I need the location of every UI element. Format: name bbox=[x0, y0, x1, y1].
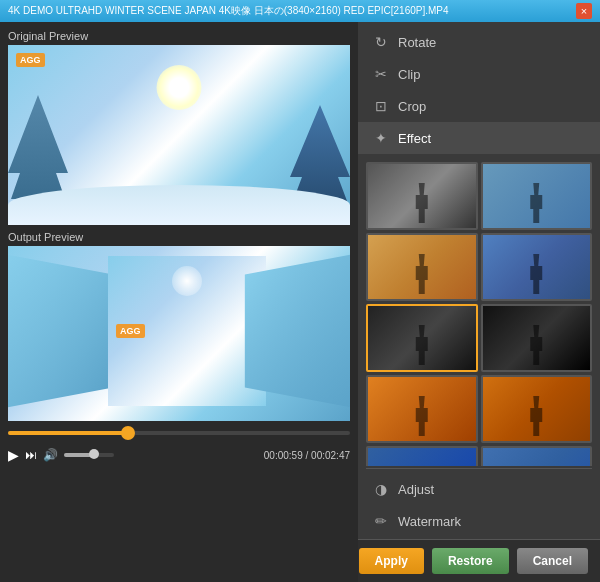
effect-preview-7 bbox=[368, 377, 476, 441]
figure-3 bbox=[412, 254, 432, 294]
output-logo: AGG bbox=[116, 324, 145, 338]
close-button[interactable]: × bbox=[576, 3, 592, 19]
figure-1 bbox=[412, 183, 432, 223]
watermark-icon: ✏ bbox=[372, 512, 390, 530]
adjust-icon: ◑ bbox=[372, 480, 390, 498]
effect-thumb-8[interactable] bbox=[481, 375, 593, 443]
effect-preview-2 bbox=[483, 164, 591, 228]
apply-button[interactable]: Apply bbox=[359, 548, 424, 574]
time-display: 00:00:59 / 00:02:47 bbox=[264, 450, 350, 461]
perspective-panel-left bbox=[8, 255, 113, 408]
original-image: AGG bbox=[8, 45, 350, 225]
effect-thumb-10[interactable] bbox=[481, 446, 593, 466]
left-panel: Original Preview AGG Output Preview bbox=[0, 22, 358, 582]
original-preview-box: AGG bbox=[8, 45, 350, 225]
cancel-button[interactable]: Cancel bbox=[517, 548, 588, 574]
main-container: Original Preview AGG Output Preview bbox=[0, 22, 600, 582]
effect-preview-9 bbox=[368, 448, 476, 466]
original-label: Original Preview bbox=[8, 30, 350, 42]
watermark-label: Watermark bbox=[398, 514, 461, 529]
logo-watermark: AGG bbox=[16, 53, 45, 67]
effect-thumb-3[interactable] bbox=[366, 233, 478, 301]
effect-thumb-1[interactable] bbox=[366, 162, 478, 230]
figure-2 bbox=[526, 183, 546, 223]
crop-label: Crop bbox=[398, 99, 426, 114]
title-text: 4K DEMO ULTRAHD WINTER SCENE JAPAN 4K映像 … bbox=[8, 4, 449, 18]
figure-4 bbox=[526, 254, 546, 294]
effect-thumb-2[interactable] bbox=[481, 162, 593, 230]
snow-ground bbox=[8, 185, 350, 225]
original-preview-section: Original Preview AGG bbox=[8, 30, 350, 225]
playback-controls: ▶ ⏭ 🔊 00:00:59 / 00:02:47 bbox=[8, 445, 350, 465]
effect-preview-3 bbox=[368, 235, 476, 299]
effect-preview-6 bbox=[483, 306, 591, 370]
effect-preview-8 bbox=[483, 377, 591, 441]
crop-icon: ⊡ bbox=[372, 97, 390, 115]
adjust-label: Adjust bbox=[398, 482, 434, 497]
skip-button[interactable]: ⏭ bbox=[25, 448, 37, 462]
figure-5 bbox=[412, 325, 432, 365]
effect-label: Effect bbox=[398, 131, 431, 146]
output-image: AGG bbox=[8, 246, 350, 421]
restore-button[interactable]: Restore bbox=[432, 548, 509, 574]
output-label: Output Preview bbox=[8, 231, 350, 243]
effect-thumb-5[interactable] bbox=[366, 304, 478, 372]
clip-label: Clip bbox=[398, 67, 420, 82]
effect-preview-5 bbox=[368, 306, 476, 370]
effect-preview-10 bbox=[483, 448, 591, 466]
rotate-icon: ↻ bbox=[372, 33, 390, 51]
tool-rotate[interactable]: ↻ Rotate bbox=[358, 26, 600, 58]
divider-1 bbox=[366, 468, 592, 469]
rotate-label: Rotate bbox=[398, 35, 436, 50]
tool-adjust[interactable]: ◑ Adjust bbox=[358, 473, 600, 505]
volume-icon: 🔊 bbox=[43, 448, 58, 462]
effect-preview-1 bbox=[368, 164, 476, 228]
output-preview-section: Output Preview AGG bbox=[8, 231, 350, 421]
seek-bar-container bbox=[8, 427, 350, 439]
seek-thumb[interactable] bbox=[121, 426, 135, 440]
tool-watermark[interactable]: ✏ Watermark bbox=[358, 505, 600, 537]
figure-8 bbox=[526, 396, 546, 436]
tool-menu: ↻ Rotate ✂ Clip ⊡ Crop ✦ Effect bbox=[358, 22, 600, 158]
footer-bar: Apply Restore Cancel bbox=[358, 539, 600, 582]
perspective-panel-center: AGG bbox=[108, 256, 266, 406]
output-preview-box: AGG bbox=[8, 246, 350, 421]
right-panel: ↻ Rotate ✂ Clip ⊡ Crop ✦ Effect bbox=[358, 22, 600, 582]
clip-icon: ✂ bbox=[372, 65, 390, 83]
tool-crop[interactable]: ⊡ Crop bbox=[358, 90, 600, 122]
effect-preview-4 bbox=[483, 235, 591, 299]
volume-thumb[interactable] bbox=[89, 449, 99, 459]
tool-clip[interactable]: ✂ Clip bbox=[358, 58, 600, 90]
seek-bar[interactable] bbox=[8, 431, 350, 435]
play-button[interactable]: ▶ bbox=[8, 447, 19, 463]
figure-7 bbox=[412, 396, 432, 436]
effect-thumb-7[interactable] bbox=[366, 375, 478, 443]
sun-element bbox=[157, 65, 202, 110]
perspective-panel-right bbox=[245, 255, 350, 408]
figure-6 bbox=[526, 325, 546, 365]
tool-effect[interactable]: ✦ Effect bbox=[358, 122, 600, 154]
volume-bar[interactable] bbox=[64, 453, 114, 457]
effect-thumb-4[interactable] bbox=[481, 233, 593, 301]
effect-thumb-6[interactable] bbox=[481, 304, 593, 372]
title-bar: 4K DEMO ULTRAHD WINTER SCENE JAPAN 4K映像 … bbox=[0, 0, 600, 22]
bottom-tools: ◑ Adjust ✏ Watermark bbox=[358, 471, 600, 539]
effect-icon: ✦ bbox=[372, 129, 390, 147]
effect-thumb-9[interactable] bbox=[366, 446, 478, 466]
effect-grid bbox=[358, 158, 600, 466]
seek-fill bbox=[8, 431, 128, 435]
